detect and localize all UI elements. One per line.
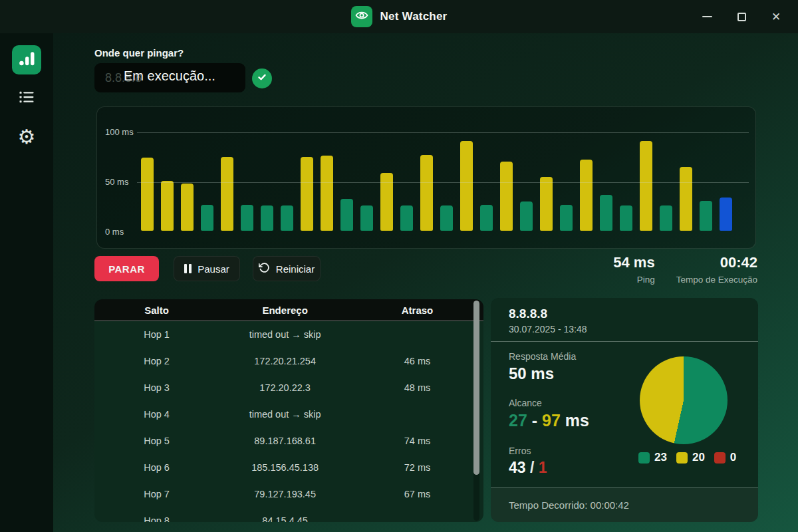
errors-count: 1 xyxy=(539,459,547,476)
summary-card: 8.8.8.8 30.07.2025 - 13:48 Resposta Médi… xyxy=(491,298,758,522)
app-brand: Net Watcher xyxy=(351,6,448,27)
ping-bar xyxy=(321,156,333,231)
ping-bar xyxy=(141,158,154,231)
range-block: Alcance 27 - 97 ms xyxy=(509,398,589,430)
range-min: 27 xyxy=(509,411,527,430)
ping-bar xyxy=(580,160,593,231)
ping-bar xyxy=(440,205,453,231)
pause-button-label: Pausar xyxy=(198,263,229,275)
grid-line xyxy=(137,182,749,183)
ping-bar xyxy=(340,199,353,231)
ping-bar xyxy=(620,205,632,231)
results-pie-chart xyxy=(640,356,728,444)
hops-table-body: Hop 1timed out → skipHop 2172.20.21.2544… xyxy=(94,321,483,522)
address-cell: 172.20.22.3 xyxy=(219,382,351,393)
hop-cell: Hop 6 xyxy=(94,462,219,473)
ping-bar xyxy=(261,205,273,231)
legend-swatch xyxy=(638,452,650,464)
minimize-button[interactable] xyxy=(697,7,717,27)
maximize-icon xyxy=(737,13,746,21)
restart-button[interactable]: Reiniciar xyxy=(253,256,321,281)
close-button[interactable]: ✕ xyxy=(766,7,786,27)
sidebar-item-log[interactable] xyxy=(12,84,41,113)
summary-footer: Tempo Decorrido: 00:00:42 xyxy=(491,487,758,522)
axis-tick-label: 100 ms xyxy=(105,127,134,137)
sidebar-item-settings[interactable]: ⚙ xyxy=(12,122,41,152)
hop-row: Hop 3172.20.22.348 ms xyxy=(94,374,483,401)
restart-icon xyxy=(259,262,270,275)
stop-button[interactable]: PARAR xyxy=(94,256,159,281)
address-column-header: Endereço xyxy=(219,305,351,316)
elapsed-stat: 00:42 Tempo de Execução xyxy=(676,254,757,285)
legend-value: 23 xyxy=(654,451,667,464)
minimize-icon xyxy=(702,16,712,17)
ping-bar xyxy=(241,205,253,231)
address-cell: 185.156.45.138 xyxy=(219,462,351,473)
ping-bar xyxy=(400,205,413,231)
ping-target-input[interactable] xyxy=(94,63,245,92)
address-cell: 89.187.168.61 xyxy=(219,436,351,446)
legend-swatch xyxy=(714,452,726,464)
delay-cell: 67 ms xyxy=(351,489,483,499)
pause-button[interactable]: Pausar xyxy=(174,256,240,281)
hop-row: Hop 1timed out → skip xyxy=(94,321,483,348)
hop-row: Hop 779.127.193.4567 ms xyxy=(94,481,483,507)
errors-separator: / xyxy=(526,459,539,476)
ping-bar xyxy=(161,181,174,231)
ping-bar xyxy=(640,141,652,231)
hop-cell: Hop 1 xyxy=(94,329,219,340)
range-unit: ms xyxy=(561,411,589,430)
ping-bar xyxy=(500,162,513,231)
errors-values: 43 / 1 xyxy=(509,459,547,477)
sidebar: ⚙ xyxy=(0,33,53,532)
legend-item: 0 xyxy=(714,451,736,464)
legend-value: 0 xyxy=(730,451,736,464)
check-icon xyxy=(257,72,267,85)
main-content: Onde quer pingar? Em execução... 100 ms5… xyxy=(53,33,798,532)
table-scrollbar[interactable] xyxy=(473,301,479,521)
ping-bars xyxy=(141,121,741,231)
delay-cell: 72 ms xyxy=(351,462,483,473)
sidebar-item-monitor[interactable] xyxy=(12,45,41,74)
list-icon xyxy=(17,88,36,109)
range-label: Alcance xyxy=(509,398,589,408)
table-scrollbar-thumb[interactable] xyxy=(473,301,479,475)
run-datetime: 30.07.2025 - 13:48 xyxy=(509,324,740,334)
ping-bar xyxy=(181,184,194,231)
errors-block: Erros 43 / 1 xyxy=(509,446,547,477)
ping-stat: 54 ms Ping xyxy=(613,254,654,285)
ping-bar xyxy=(201,205,213,231)
legend-value: 20 xyxy=(692,451,705,464)
hops-table-card: Salto Endereço Atraso Hop 1timed out → s… xyxy=(94,299,483,522)
gear-icon: ⚙ xyxy=(18,127,36,147)
maximize-button[interactable] xyxy=(732,7,751,27)
ping-bar xyxy=(301,157,313,231)
ping-bar xyxy=(221,157,233,231)
bar-chart-icon xyxy=(18,50,35,70)
address-cell: timed out → skip xyxy=(219,329,351,340)
avg-response-block: Resposta Média 50 ms xyxy=(509,351,576,383)
close-icon: ✕ xyxy=(771,11,781,23)
ping-bar xyxy=(600,195,612,231)
address-cell: 79.127.193.45 xyxy=(219,489,351,499)
range-values: 27 - 97 ms xyxy=(509,411,589,430)
ping-chart-card: 100 ms50 ms0 ms xyxy=(96,106,756,249)
ping-bar xyxy=(460,141,473,231)
avg-response-value: 50 ms xyxy=(509,364,576,383)
hop-cell: Hop 5 xyxy=(94,436,219,446)
errors-label: Erros xyxy=(509,446,547,456)
hop-row: Hop 2172.20.21.25446 ms xyxy=(94,348,483,374)
app-title: Net Watcher xyxy=(380,10,448,23)
axis-tick-label: 50 ms xyxy=(105,177,128,187)
hop-cell: Hop 2 xyxy=(94,356,219,366)
elapsed-stat-value: 00:42 xyxy=(676,254,757,271)
app-logo xyxy=(351,6,372,27)
address-cell: timed out → skip xyxy=(219,409,351,420)
ping-stat-value: 54 ms xyxy=(613,254,654,271)
ping-bar xyxy=(680,167,692,231)
errors-total: 43 xyxy=(509,459,526,476)
range-max: 97 xyxy=(542,411,561,430)
ping-bar xyxy=(720,198,732,231)
hop-row: Hop 4timed out → skip xyxy=(94,401,483,428)
address-cell: 84.15.4.45 xyxy=(219,515,351,522)
